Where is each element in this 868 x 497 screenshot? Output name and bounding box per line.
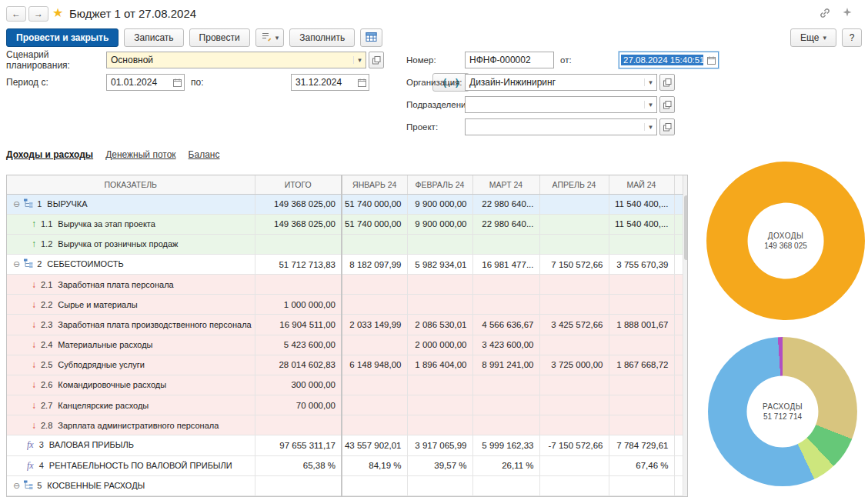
budget-cell[interactable] — [472, 275, 539, 295]
budget-cell[interactable] — [342, 475, 407, 495]
column-header[interactable]: АПРЕЛЬ 24 — [539, 175, 609, 194]
budget-cell[interactable] — [342, 234, 407, 254]
tab-balance[interactable]: Баланс — [189, 149, 220, 160]
budget-cell[interactable]: 7 784 729,61 — [609, 435, 674, 455]
scenario-combo[interactable]: Основной ▾ — [106, 52, 366, 68]
budget-cell[interactable]: 9 900 000,00 — [407, 194, 472, 214]
budget-cell[interactable]: 84,19 % — [342, 455, 407, 475]
indicator-cell[interactable]: ⊖2СЕБЕСТОИМОСТЬ — [7, 254, 255, 274]
department-combo[interactable]: ▾ — [465, 96, 657, 113]
column-header[interactable]: ЯНВАРЬ 24 — [342, 175, 407, 194]
sparkle-icon[interactable] — [842, 7, 853, 22]
indicator-cell[interactable]: ↑1.1Выручка за этап проекта — [7, 214, 255, 234]
budget-cell[interactable] — [472, 395, 539, 415]
budget-cell[interactable]: 3 917 065,99 — [407, 435, 472, 455]
table-row[interactable]: ↓2.6Командировочные расходы300 000,00 — [7, 375, 683, 395]
load-table-button[interactable] — [360, 28, 382, 47]
budget-cell[interactable] — [472, 415, 539, 435]
budget-cell[interactable]: 3 725 000,00 — [539, 355, 609, 375]
table-row[interactable]: ↓2.2Сырье и материалы1 000 000,00 — [7, 295, 683, 315]
budget-cell[interactable] — [407, 415, 472, 435]
department-open-button[interactable] — [659, 96, 675, 113]
budget-cell[interactable] — [539, 455, 609, 475]
indicator-cell[interactable]: ↓2.1Заработная плата персонала — [7, 275, 255, 295]
budget-cell[interactable] — [609, 375, 674, 395]
budget-cell[interactable]: 8 182 097,99 — [342, 254, 407, 274]
organization-open-button[interactable] — [659, 74, 675, 91]
budget-cell[interactable] — [342, 295, 407, 315]
budget-cell[interactable]: 5 423 600,00 — [255, 335, 342, 355]
chevron-down-icon[interactable]: ▾ — [644, 101, 656, 108]
budget-cell[interactable]: 22 980 640... — [472, 214, 539, 234]
vertical-scrollbar[interactable] — [683, 175, 689, 496]
budget-cell[interactable]: 9 900 000,00 — [407, 214, 472, 234]
table-row[interactable]: fx3ВАЛОВАЯ ПРИБЫЛЬ97 655 311,1743 557 90… — [7, 435, 683, 455]
budget-cell[interactable]: 6 148 948,00 — [342, 355, 407, 375]
calendar-icon[interactable] — [355, 78, 369, 87]
budget-cell[interactable]: 300 000,00 — [255, 375, 342, 395]
indicator-cell[interactable]: ⊖5КОСВЕННЫЕ РАСХОДЫ — [7, 475, 255, 495]
budget-cell[interactable] — [342, 335, 407, 355]
budget-cell[interactable] — [255, 275, 342, 295]
budget-cell[interactable] — [609, 475, 674, 495]
budget-cell[interactable]: 149 368 025,00 — [255, 194, 342, 214]
period-from-input[interactable]: 01.01.2024 — [106, 74, 185, 91]
budget-cell[interactable]: 3 755 670,39 — [609, 254, 674, 274]
expander-icon[interactable]: ⊖ — [13, 259, 20, 269]
table-row[interactable]: ⊖1ВЫРУЧКА149 368 025,0051 740 000,009 90… — [7, 194, 683, 214]
budget-cell[interactable] — [609, 295, 674, 315]
write-button[interactable]: Записать — [124, 28, 183, 47]
budget-cell[interactable] — [539, 194, 609, 214]
budget-cell[interactable] — [539, 234, 609, 254]
budget-cell[interactable] — [342, 395, 407, 415]
budget-cell[interactable]: 11 540 400,... — [609, 194, 674, 214]
date-input[interactable]: 27.08.2024 15:40:51 — [619, 52, 719, 68]
column-header[interactable]: ИТОГО — [255, 175, 342, 194]
budget-cell[interactable]: 2 000 000,00 — [407, 335, 472, 355]
budget-cell[interactable] — [472, 295, 539, 315]
table-row[interactable]: ↓2.3Заработная плата производственного п… — [7, 315, 683, 335]
budget-cell[interactable] — [609, 234, 674, 254]
indicator-cell[interactable]: ↓2.5Субподрядные услуги — [7, 355, 255, 375]
budget-cell[interactable] — [407, 295, 472, 315]
create-based-on-dropdown[interactable]: ▾ — [255, 28, 285, 47]
forward-button[interactable]: → — [28, 6, 48, 22]
budget-cell[interactable] — [407, 395, 472, 415]
budget-cell[interactable]: 3 423 600,00 — [472, 335, 539, 355]
organization-combo[interactable]: Дизайн-Инжиниринг ▾ — [465, 74, 657, 91]
budget-cell[interactable] — [539, 335, 609, 355]
expander-icon[interactable]: ⊖ — [13, 481, 20, 490]
budget-cell[interactable]: 1 888 001,67 — [609, 315, 674, 335]
calendar-icon[interactable] — [705, 56, 718, 65]
indicator-cell[interactable]: ↓2.3Заработная плата производственного п… — [7, 315, 255, 335]
table-row[interactable]: fx4РЕНТАБЕЛЬНОСТЬ ПО ВАЛОВОЙ ПРИБЫЛИ65,3… — [7, 455, 683, 475]
post-button[interactable]: Провести — [189, 28, 250, 47]
budget-cell[interactable] — [609, 415, 674, 435]
table-row[interactable]: ↓2.8Зарплата административного персонала — [7, 415, 683, 435]
budget-cell[interactable] — [255, 475, 342, 495]
project-combo[interactable]: ▾ — [465, 118, 657, 135]
table-row[interactable]: ↓2.1Заработная плата персонала — [7, 275, 683, 295]
budget-cell[interactable] — [342, 375, 407, 395]
project-open-button[interactable] — [659, 118, 675, 135]
budget-cell[interactable] — [342, 415, 407, 435]
budget-cell[interactable]: 5 982 934,01 — [407, 254, 472, 274]
budget-cell[interactable]: 51 740 000,00 — [342, 194, 407, 214]
indicator-cell[interactable]: ⊖1ВЫРУЧКА — [7, 194, 255, 214]
budget-cell[interactable] — [472, 234, 539, 254]
tab-cash-flow[interactable]: Денежный поток — [105, 149, 175, 160]
budget-cell[interactable]: 1 000 000,00 — [255, 295, 342, 315]
indicator-cell[interactable]: ↓2.4Материальные расходы — [7, 335, 255, 355]
link-icon[interactable] — [819, 7, 831, 22]
budget-cell[interactable]: 28 014 602,83 — [255, 355, 342, 375]
budget-cell[interactable]: 5 999 162,33 — [472, 435, 539, 455]
budget-cell[interactable] — [539, 415, 609, 435]
budget-cell[interactable] — [472, 475, 539, 495]
calendar-icon[interactable] — [170, 78, 184, 87]
budget-cell[interactable]: 39,57 % — [407, 455, 472, 475]
budget-cell[interactable] — [255, 415, 342, 435]
scenario-open-button[interactable] — [369, 52, 384, 68]
indicator-cell[interactable]: fx3ВАЛОВАЯ ПРИБЫЛЬ — [7, 435, 255, 455]
budget-cell[interactable]: 22 980 640... — [472, 194, 539, 214]
help-button[interactable]: ? — [842, 28, 862, 47]
